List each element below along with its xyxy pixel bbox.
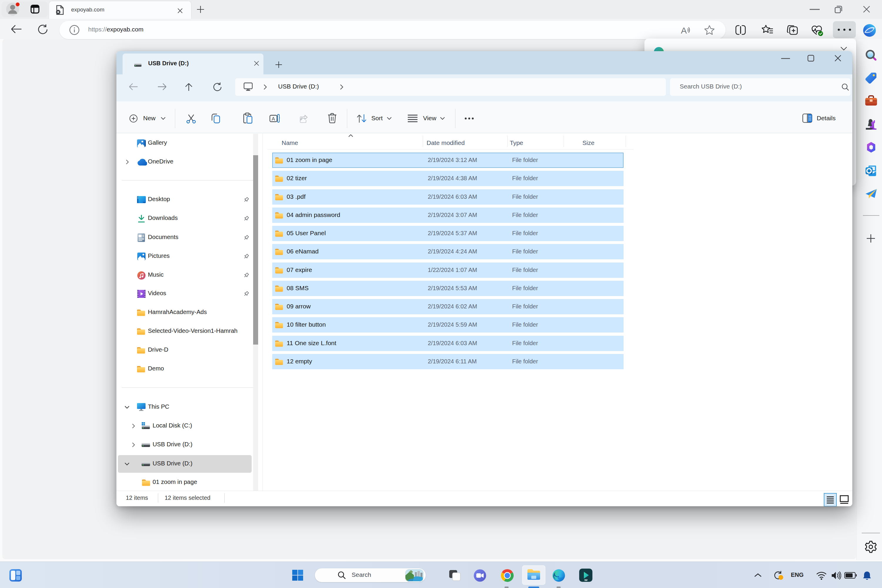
svg-text:A: A (681, 26, 687, 35)
